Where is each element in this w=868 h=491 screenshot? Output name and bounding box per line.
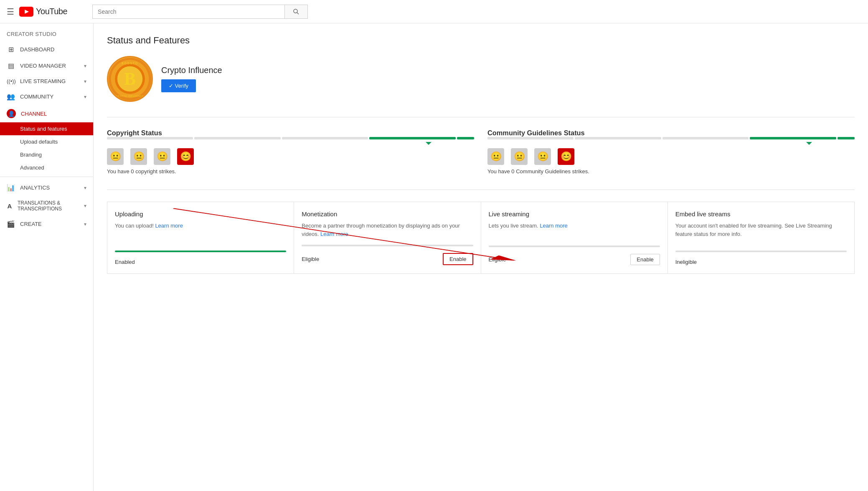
uploading-learn-more-link[interactable]: Learn more xyxy=(155,223,183,229)
cg-face-happy: 😊 xyxy=(558,148,574,165)
face-happy-red: 😊 xyxy=(177,148,194,165)
sidebar-item-translations[interactable]: A TRANSLATIONS & TRANSCRIPTIONS ▾ xyxy=(0,196,93,216)
feature-desc-monetization: Become a partner through monetization by… xyxy=(302,222,473,238)
features-grid: Uploading You can upload! Learn more Ena… xyxy=(107,202,855,274)
svg-point-2 xyxy=(294,9,297,13)
verify-button[interactable]: ✓ Verify xyxy=(161,79,196,92)
search-icon xyxy=(293,8,299,15)
cg-faces-row: 😐 😐 😐 😊 xyxy=(487,148,855,165)
cg-bar-4-green xyxy=(750,137,836,139)
monetization-footer: Eligible Enable xyxy=(302,238,473,265)
bar-segment-1 xyxy=(107,137,193,139)
sidebar-subitem-upload-defaults[interactable]: Upload defaults xyxy=(0,135,93,148)
channel-icon: 👤 xyxy=(7,109,16,118)
monetization-learn-more-link[interactable]: Learn more xyxy=(320,231,348,237)
feature-card-uploading: Uploading You can upload! Learn more Ena… xyxy=(107,202,294,273)
svg-line-3 xyxy=(297,13,299,14)
page-title: Status and Features xyxy=(107,35,855,46)
copyright-pointer-row xyxy=(107,142,474,145)
svg-text:BOOSTO: BOOSTO xyxy=(122,62,138,65)
sidebar-subitem-branding[interactable]: Branding xyxy=(0,148,93,161)
cg-bar-pointer xyxy=(838,137,855,139)
sidebar-item-channel[interactable]: 👤 CHANNEL xyxy=(0,105,93,122)
channel-info: Crypto Influence ✓ Verify xyxy=(161,66,222,92)
copyright-status-section: Copyright Status xyxy=(107,129,474,175)
embed-live-status-label: Ineligible xyxy=(675,259,697,265)
live-streaming-status-footer: Eligible Enable xyxy=(489,254,660,265)
chevron-down-icon: ▾ xyxy=(84,63,86,69)
monetization-status-label: Eligible xyxy=(302,256,319,262)
uploading-status-footer: Enabled xyxy=(115,259,286,265)
video-manager-icon: ▤ xyxy=(7,62,15,70)
sidebar-subitem-label-upload: Upload defaults xyxy=(20,139,58,145)
bar-segment-3 xyxy=(282,137,368,139)
chevron-down-icon: ▾ xyxy=(84,185,86,191)
live-streaming-enable-button[interactable]: Enable xyxy=(630,254,660,265)
sidebar-item-community[interactable]: 👥 COMMUNITY ▾ xyxy=(0,89,93,105)
feature-card-monetization: Monetization Become a partner through mo… xyxy=(294,202,480,273)
live-streaming-icon: ((•)) xyxy=(7,78,15,84)
sidebar-subitem-label-status: Status and features xyxy=(20,126,67,132)
sidebar-subitem-advanced[interactable]: Advanced xyxy=(0,161,93,174)
channel-avatar: B BOOSTO CRYPTO INFLUENCE xyxy=(107,56,153,102)
bar-segment-2 xyxy=(194,137,280,139)
translations-icon: A xyxy=(7,202,13,210)
feature-card-embed-live: Embed live streams Your account isn't en… xyxy=(668,202,854,273)
sidebar-section-title: CREATOR STUDIO xyxy=(0,23,93,41)
cg-strike-text: You have 0 Community Guidelines strikes. xyxy=(487,168,855,175)
chevron-down-icon: ▾ xyxy=(84,203,86,209)
channel-name: Crypto Influence xyxy=(161,66,222,75)
live-streaming-status-bar xyxy=(489,246,660,247)
section-divider-1 xyxy=(107,117,855,117)
live-streaming-learn-more-link[interactable]: Learn more xyxy=(540,223,567,229)
feature-desc-embed-live: Your account isn't enabled for live stre… xyxy=(675,222,847,244)
copyright-strike-text: You have 0 copyright strikes. xyxy=(107,168,474,175)
sidebar-item-video-manager[interactable]: ▤ VIDEO MANAGER ▾ xyxy=(0,58,93,74)
search-bar xyxy=(92,5,308,19)
sidebar-item-create[interactable]: 🎬 CREATE ▾ xyxy=(0,216,93,232)
status-grid: Copyright Status xyxy=(107,129,855,175)
svg-text:CRYPTO INFLUENCE: CRYPTO INFLUENCE xyxy=(116,95,144,97)
sidebar: CREATOR STUDIO ⊞ DASHBOARD ▤ VIDEO MANAG… xyxy=(0,23,94,491)
sidebar-label-community: COMMUNITY xyxy=(20,94,53,100)
community-icon: 👥 xyxy=(7,93,15,101)
sidebar-item-dashboard[interactable]: ⊞ DASHBOARD xyxy=(0,41,93,58)
feature-card-live-streaming: Live streaming Lets you live stream. Lea… xyxy=(481,202,667,273)
sidebar-label-channel: CHANNEL xyxy=(21,111,47,117)
bar-segment-4-green xyxy=(369,137,455,139)
embed-live-footer: Ineligible xyxy=(675,244,847,265)
page-layout: CREATOR STUDIO ⊞ DASHBOARD ▤ VIDEO MANAG… xyxy=(0,23,868,491)
sidebar-label-create: CREATE xyxy=(20,221,42,227)
sidebar-item-live-streaming[interactable]: ((•)) LIVE STREAMING ▾ xyxy=(0,74,93,89)
cg-face-sad-1: 😐 xyxy=(487,148,504,165)
sidebar-label-translations: TRANSLATIONS & TRANSCRIPTIONS xyxy=(18,200,79,212)
svg-text:B: B xyxy=(124,69,136,89)
chevron-down-icon: ▾ xyxy=(84,221,86,227)
live-streaming-status-label: Eligible xyxy=(489,256,506,263)
youtube-logo[interactable]: YouTube xyxy=(19,7,67,17)
feature-title-live-streaming: Live streaming xyxy=(489,210,660,218)
feature-desc-uploading: You can upload! Learn more xyxy=(115,222,286,244)
sidebar-divider xyxy=(0,177,93,177)
features-container: Uploading You can upload! Learn more Ena… xyxy=(107,202,855,274)
search-input[interactable] xyxy=(92,5,284,19)
sidebar-label-analytics: ANALYTICS xyxy=(20,185,50,191)
uploading-footer: Enabled xyxy=(115,244,286,265)
sidebar-subitem-status-features[interactable]: Status and features xyxy=(0,122,93,135)
pointer-triangle-down xyxy=(426,142,431,145)
analytics-icon: 📊 xyxy=(7,184,15,192)
dashboard-icon: ⊞ xyxy=(7,46,15,53)
hamburger-icon[interactable]: ☰ xyxy=(7,7,14,17)
face-sad-2: 😐 xyxy=(130,148,147,165)
monetization-status-bar xyxy=(302,245,473,246)
cg-bar-3 xyxy=(662,137,749,139)
search-button[interactable] xyxy=(284,5,308,19)
channel-profile: B BOOSTO CRYPTO INFLUENCE Crypto Influen… xyxy=(107,56,855,102)
sidebar-item-analytics[interactable]: 📊 ANALYTICS ▾ xyxy=(0,180,93,196)
community-guidelines-title: Community Guidelines Status xyxy=(487,129,855,137)
sidebar-label-dashboard: DASHBOARD xyxy=(20,46,54,53)
main-content: Status and Features B BOOSTO CRYPTO INFL… xyxy=(94,23,868,491)
create-icon: 🎬 xyxy=(7,220,15,228)
monetization-enable-button[interactable]: Enable xyxy=(443,253,473,265)
bar-segment-pointer xyxy=(457,137,474,139)
